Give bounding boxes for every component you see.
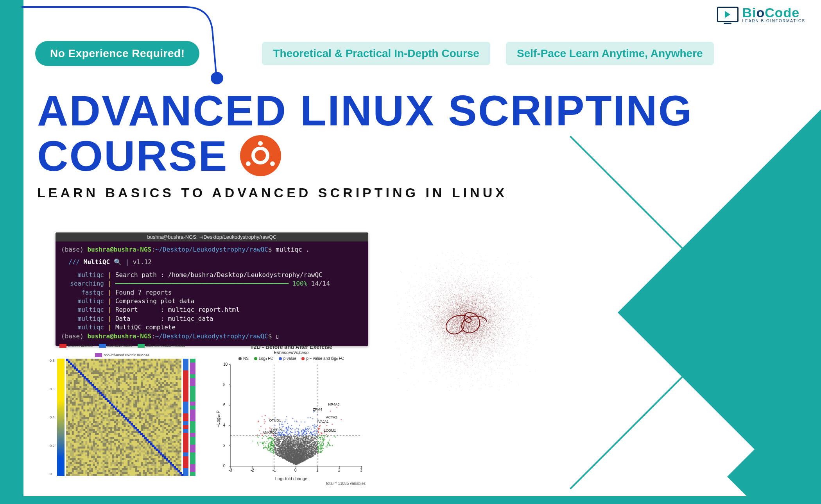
brand-logo: BioCode LEARN BIOINFORMATICS	[717, 6, 806, 23]
badge-no-experience: No Experience Required!	[35, 41, 199, 66]
terminal-line: multiqc | Report : multiqc_report.html	[61, 306, 363, 314]
terminal-line: multiqc | MultiQC complete	[61, 323, 363, 332]
protein-canvas	[395, 250, 540, 391]
course-subtitle: LEARN BASICS TO ADVANCED SCRIPTING IN LI…	[37, 185, 693, 200]
volcano-annotation: LCOM1	[323, 429, 336, 433]
course-title-line1: ADVANCED LINUX SCRIPTING	[37, 88, 693, 133]
scale-tick: 0	[50, 472, 55, 476]
scale-tick: 0.2	[50, 444, 55, 448]
brand-name: BioCode	[742, 6, 806, 19]
course-promo-card: BioCode LEARN BIOINFORMATICS No Experien…	[0, 0, 821, 504]
heatmap-legend-item: ulcerative colitis	[99, 344, 133, 348]
heatmap-colorbar	[57, 359, 65, 476]
volcano-annotation: NR4A3	[328, 402, 340, 406]
protein-figure	[395, 250, 540, 391]
scale-tick: 0.6	[50, 387, 55, 391]
volcano-ylabel: −Log₁₀ P	[216, 410, 221, 427]
heatmap-legend-item: inflamed colonic mucosa	[138, 344, 185, 348]
logo-monitor-icon	[717, 7, 739, 22]
terminal-screenshot: bushra@bushra-NGS: ~/Desktop/Leukodystro…	[56, 232, 368, 346]
volcano-annotation: ZPM4	[312, 407, 323, 411]
terminal-line: fastqc | Found 7 reports	[61, 288, 363, 297]
volcano-total: total = 11085 variables	[213, 481, 369, 486]
course-title-line2: COURSE	[37, 133, 228, 179]
heatmap-body	[66, 359, 181, 476]
ubuntu-icon	[240, 135, 281, 176]
volcano-xlabel: Log₂ fold change	[213, 476, 369, 481]
terminal-brand: /// MultiQC 🔍 | v1.12	[61, 258, 363, 266]
badge-row: No Experience Required! Theoretical & Pr…	[35, 41, 714, 66]
terminal-line: searching | ━━━━━━━━━━━━━━━━━━━━━━━━━━━━…	[61, 279, 363, 288]
terminal-prompt-1: (base) bushra@bushra-NGS:~/Desktop/Leuko…	[61, 245, 363, 254]
terminal-line: multiqc | Search path : /home/bushra/Des…	[61, 271, 363, 279]
decor-left-bar	[0, 0, 23, 504]
volcano-subtitle: EnhancedVolcano	[213, 350, 369, 355]
volcano-legend-item: Log₂ FC	[254, 356, 273, 361]
scale-tick: 0.8	[50, 359, 55, 363]
badge-theoretical: Theoretical & Practical In-Depth Course	[262, 42, 490, 65]
volcano-title: T2D - Before and After Exercise	[213, 344, 369, 350]
heatmap-legend: Crohn's diseaseulcerative colitisinflame…	[49, 344, 195, 357]
scale-tick: 0.4	[50, 415, 55, 419]
heatmap-legend-item: non-inflamed colonic mucosa	[95, 353, 149, 357]
volcano-annotation: ACTA2	[326, 415, 337, 419]
svg-point-0	[211, 72, 223, 84]
heatmap-figure: Crohn's diseaseulcerative colitisinflame…	[49, 344, 195, 476]
volcano-annotation: OTUD1	[269, 418, 281, 422]
terminal-body: (base) bushra@bushra-NGS:~/Desktop/Leuko…	[56, 241, 368, 346]
volcano-annotation: IVAJA1	[317, 420, 329, 424]
heatmap-scale-ticks: 0.80.60.40.20	[49, 359, 56, 476]
badge-self-pace: Self-Pace Learn Anytime, Anywhere	[506, 42, 714, 65]
heatmap-canvas	[66, 359, 181, 476]
volcano-plot-area: −Log₁₀ P OTUD1DEPP1ANKRD1ZPM4NR4A3ACTA2I…	[217, 362, 366, 475]
terminal-line: multiqc | Data : multiqc_data	[61, 315, 363, 323]
volcano-legend-item: p-value	[279, 356, 296, 361]
terminal-line: multiqc | Compressing plot data	[61, 297, 363, 306]
course-title-block: ADVANCED LINUX SCRIPTING COURSE LEARN BA…	[37, 88, 693, 200]
terminal-prompt-2: (base) bushra@bushra-NGS:~/Desktop/Leuko…	[61, 332, 363, 341]
volcano-legend: NSLog₂ FCp-valuep − value and log₂ FC	[213, 356, 369, 361]
volcano-annotation: ANKRD1	[262, 431, 277, 434]
terminal-titlebar: bushra@bushra-NGS: ~/Desktop/Leukodystro…	[56, 232, 368, 241]
volcano-legend-item: NS	[238, 356, 249, 361]
volcano-legend-item: p − value and log₂ FC	[301, 356, 344, 361]
brand-tagline: LEARN BIOINFORMATICS	[742, 19, 806, 23]
play-icon	[725, 11, 730, 18]
volcano-figure: T2D - Before and After Exercise Enhanced…	[213, 344, 369, 486]
heatmap-row-annot-a	[183, 359, 188, 476]
decor-triangle-small	[727, 367, 821, 504]
volcano-canvas	[217, 362, 366, 475]
heatmap-row-annot-b	[190, 359, 195, 476]
heatmap-legend-item: Crohn's disease	[59, 344, 93, 348]
